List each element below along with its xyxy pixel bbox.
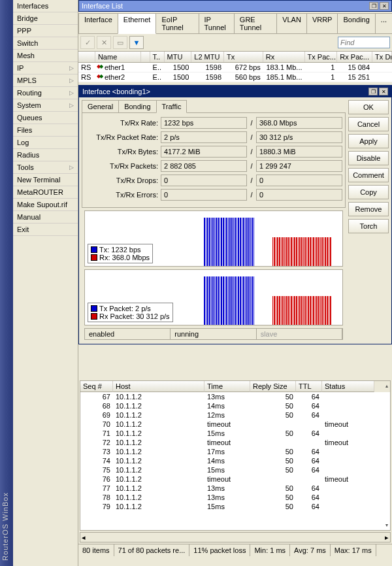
cancel-button[interactable]: Cancel — [348, 117, 389, 131]
interface-row[interactable]: RSether1E..15001598672 bps183.1 Mb...115… — [78, 63, 392, 73]
sidebar-item-metarouter[interactable]: MetaROUTER — [13, 186, 78, 199]
sidebar-item-manual[interactable]: Manual — [13, 211, 78, 224]
horizontal-scrollbar[interactable]: ◂▸ — [80, 532, 391, 542]
sidebar-item-files[interactable]: Files — [13, 124, 78, 137]
find-input[interactable] — [338, 37, 390, 48]
ping-row[interactable]: 7810.1.1.213ms5064 — [80, 493, 390, 502]
stat-row: Tx/Rx Bytes:4177.2 MiB/1880.3 MiB — [85, 146, 342, 158]
sidebar-item-new-terminal[interactable]: New Terminal — [13, 174, 78, 186]
ping-column-header[interactable]: Time — [204, 381, 250, 392]
sidebar-item-mpls[interactable]: MPLS▷ — [13, 75, 78, 87]
sidebar: InterfacesBridgePPPSwitchMeshIP▷MPLS▷Rou… — [13, 0, 78, 566]
ping-column-header[interactable]: Host — [113, 381, 204, 392]
ping-row[interactable]: 6810.1.1.214ms5064 — [80, 401, 390, 410]
sidebar-item-queues[interactable]: Queues — [13, 112, 78, 124]
sidebar-item-system[interactable]: System▷ — [13, 99, 78, 112]
ping-row[interactable]: 7710.1.1.213ms5064 — [80, 484, 390, 493]
sidebar-item-interfaces[interactable]: Interfaces — [13, 0, 78, 12]
column-header[interactable]: Tx Dr — [372, 52, 392, 62]
ping-column-header[interactable]: Status — [322, 381, 374, 392]
torch-button[interactable]: Torch — [348, 219, 389, 233]
ping-row[interactable]: 7510.1.1.215ms5064 — [80, 465, 390, 474]
apply-button[interactable]: Apply — [348, 134, 389, 148]
sidebar-item-tools[interactable]: Tools▷ — [13, 161, 78, 174]
column-header[interactable]: Name — [95, 52, 141, 62]
ping-row[interactable]: 7610.1.1.2timeouttimeout — [80, 474, 390, 484]
dialog-tab-bonding[interactable]: Bonding — [118, 100, 156, 112]
ping-panel: Seq #HostTimeReply SizeTTLStatus 6710.1.… — [78, 379, 392, 566]
ping-row[interactable]: 7210.1.1.2timeouttimeout — [80, 438, 390, 447]
scroll-down-icon[interactable]: ▾ — [385, 522, 388, 528]
dialog-tab-general[interactable]: General — [82, 100, 119, 112]
ping-row[interactable]: 7010.1.1.2timeouttimeout — [80, 420, 390, 429]
comment-button[interactable]: ▭ — [113, 36, 127, 49]
sidebar-item-radius[interactable]: Radius — [13, 149, 78, 161]
ping-row[interactable]: 7310.1.1.217ms5064 — [80, 447, 390, 456]
tab-vrrp[interactable]: VRRP — [306, 13, 338, 33]
sidebar-item-ip[interactable]: IP▷ — [13, 62, 78, 75]
comment-button[interactable]: Comment — [348, 168, 389, 182]
tab-ethernet[interactable]: Ethernet — [118, 13, 157, 34]
stat-label: Tx/Rx Rate: — [85, 119, 158, 127]
column-header[interactable]: Tx — [224, 52, 263, 62]
dialog-titlebar[interactable]: Interface <bonding1> ❐ ✕ — [79, 86, 391, 97]
sidebar-item-make-supout-rif[interactable]: Make Supout.rif — [13, 199, 78, 211]
copy-button[interactable]: Copy — [348, 185, 389, 199]
ping-column-header[interactable]: Reply Size — [250, 381, 296, 392]
scroll-up-icon[interactable]: ▴ — [385, 383, 388, 389]
tab-bonding[interactable]: Bonding — [337, 13, 375, 33]
stat-rx-value: 1880.3 MiB — [256, 146, 342, 158]
packet-legend: Tx Packet: 2 p/sRx Packet: 30 312 p/s — [88, 303, 173, 322]
dialog-close-button[interactable]: ✕ — [379, 88, 388, 95]
legend-swatch — [91, 313, 97, 320]
enable-button[interactable]: ✓ — [80, 36, 95, 49]
interface-row[interactable]: RSether2E..15001598560 bps185.1 Mb...115… — [78, 73, 392, 82]
sidebar-item-ppp[interactable]: PPP — [13, 25, 78, 37]
disable-button[interactable]: Disable — [348, 151, 389, 165]
column-header[interactable]: MTU — [165, 52, 192, 62]
ping-row[interactable]: 7910.1.1.215ms5064 — [80, 502, 390, 511]
ping-column-header[interactable]: Seq # — [80, 381, 113, 392]
sidebar-item-routing[interactable]: Routing▷ — [13, 87, 78, 99]
legend-swatch — [91, 305, 97, 312]
dialog-tab-traffic[interactable]: Traffic — [156, 100, 188, 113]
ping-header[interactable]: Seq #HostTimeReply SizeTTLStatus — [80, 381, 390, 392]
stat-row: Tx/Rx Rate:1232 bps/368.0 Mbps — [85, 117, 342, 129]
sidebar-item-exit[interactable]: Exit — [13, 224, 78, 236]
ping-row[interactable]: 7410.1.1.214ms5064 — [80, 456, 390, 465]
column-header[interactable]: Rx — [263, 52, 305, 62]
filter-button[interactable]: ▼ — [129, 36, 144, 49]
column-header[interactable]: T.. — [150, 52, 165, 62]
packet-graph: Tx Packet: 2 p/sRx Packet: 30 312 p/s — [84, 269, 343, 325]
window-restore-button[interactable]: ❐ — [369, 2, 378, 10]
dialog-restore-button[interactable]: ❐ — [368, 88, 378, 95]
stat-label: Tx/Rx Errors: — [85, 191, 158, 199]
tab-gre-tunnel[interactable]: GRE Tunnel — [234, 13, 277, 33]
remove-button[interactable]: Remove — [348, 202, 389, 216]
window-close-button[interactable]: ✕ — [380, 2, 389, 10]
tab-vlan[interactable]: VLAN — [276, 13, 307, 33]
tab-ip-tunnel[interactable]: IP Tunnel — [199, 13, 235, 33]
ok-button[interactable]: OK — [348, 100, 389, 114]
sidebar-item-log[interactable]: Log — [13, 137, 78, 149]
column-header[interactable] — [78, 52, 95, 62]
tab-interface[interactable]: Interface — [78, 13, 118, 33]
tab--[interactable]: ... — [375, 13, 392, 33]
sidebar-item-mesh[interactable]: Mesh — [13, 50, 78, 62]
column-header[interactable]: Tx Pac... — [305, 52, 338, 62]
ping-column-header[interactable]: TTL — [296, 381, 322, 392]
ping-row[interactable]: 7110.1.1.215ms5064 — [80, 429, 390, 438]
disable-button[interactable]: ✕ — [97, 36, 111, 49]
tab-eoip-tunnel[interactable]: EoIP Tunnel — [155, 13, 199, 33]
ping-row[interactable]: 6910.1.1.212ms5064 — [80, 410, 390, 420]
submenu-icon: ▷ — [69, 102, 74, 108]
status-slave: slave — [257, 329, 342, 339]
ping-row[interactable]: 6710.1.1.213ms5064 — [80, 392, 390, 401]
stat-tx-value: 0 — [161, 189, 247, 201]
sidebar-item-bridge[interactable]: Bridge — [13, 12, 78, 25]
column-header[interactable] — [141, 52, 150, 62]
sidebar-item-switch[interactable]: Switch — [13, 37, 78, 50]
column-header[interactable]: L2 MTU — [191, 52, 224, 62]
grid-header[interactable]: NameT..MTUL2 MTUTxRxTx Pac...Rx Pac...Tx… — [78, 52, 392, 63]
column-header[interactable]: Rx Pac... — [337, 52, 372, 62]
